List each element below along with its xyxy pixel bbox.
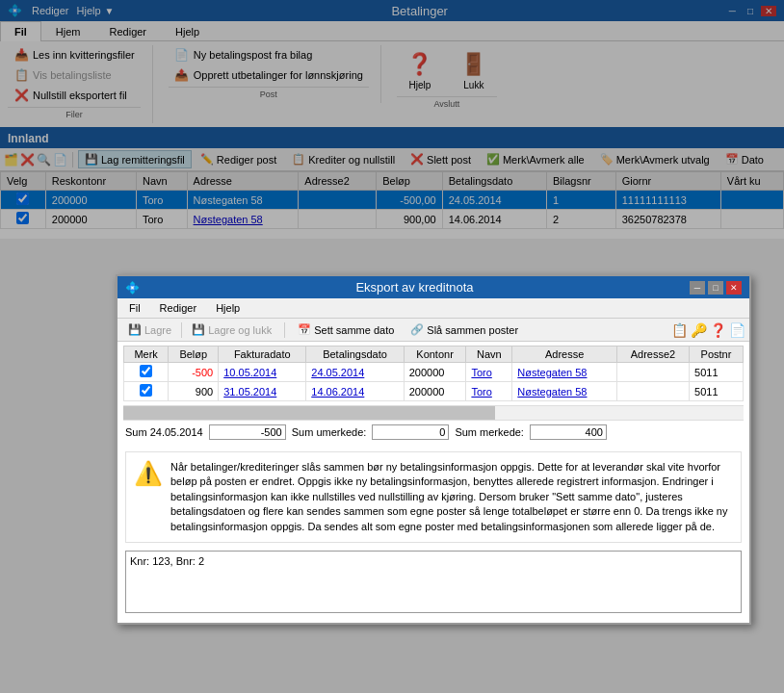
sum-umerket-input[interactable]	[372, 424, 449, 440]
key-icon[interactable]: 🔑	[691, 322, 707, 338]
mrow2-merk[interactable]	[124, 382, 169, 401]
modal-row[interactable]: 900 31.05.2014 14.06.2014 200000 Toro Nø…	[124, 382, 744, 401]
mrow2-adresse: Nøstegaten 58	[512, 382, 617, 401]
mrow2-betalingsdato: 14.06.2014	[306, 382, 404, 401]
mrow1-postnr: 5011	[690, 363, 744, 382]
modal-app-icon: 💠	[125, 281, 140, 295]
mrow2-kontonr: 200000	[404, 382, 466, 401]
mrow2-belop: 900	[169, 382, 219, 401]
col-merk: Merk	[124, 346, 169, 363]
btn-lagre[interactable]: 💾 Lagre	[121, 321, 178, 339]
mrow1-belop: -500	[169, 363, 219, 382]
textarea-box: Knr: 123, Bnr: 2	[125, 551, 742, 615]
col-belop2: Beløp	[169, 346, 219, 363]
modal-toolbar: 💾 Lagre 💾 Lagre og lukk 📅 Sett samme dat…	[118, 319, 749, 342]
mrow2-navn: Toro	[466, 382, 512, 401]
mrow1-adresse: Nøstegaten 58	[512, 363, 617, 382]
mrow1-navn: Toro	[466, 363, 512, 382]
mrow1-betalingsdato: 24.05.2014	[306, 363, 404, 382]
warning-text: Når betalinger/krediteringer slås sammen…	[170, 460, 733, 534]
doc-icon[interactable]: 📄	[729, 322, 745, 338]
sum-merket-input[interactable]	[530, 424, 607, 440]
modal-titlebar: 💠 Eksport av kreditnota ─ □ ✕	[118, 276, 749, 298]
modal-menu-rediger[interactable]: Rediger	[152, 300, 205, 316]
copy-icon[interactable]: 📋	[671, 322, 688, 338]
col-navn2: Navn	[466, 346, 512, 363]
modal-menu-fil[interactable]: Fil	[121, 300, 148, 316]
sum-merket-label: Sum merkede:	[455, 426, 524, 438]
eksport-modal: 💠 Eksport av kreditnota ─ □ ✕ Fil Redige…	[116, 274, 751, 625]
sum-date-input[interactable]	[209, 424, 286, 440]
col-fakturadato: Fakturadato	[219, 346, 306, 363]
modal-toolbar-right: 📋 🔑 ❓ 📄	[671, 322, 745, 338]
mrow2-postnr: 5011	[690, 382, 744, 401]
modal-row[interactable]: -500 10.05.2014 24.05.2014 200000 Toro N…	[124, 363, 744, 382]
btn-lagre-lukk[interactable]: 💾 Lagre og lukk	[185, 321, 278, 339]
col-postnr: Postnr	[690, 346, 744, 363]
mrow1-kontonr: 200000	[404, 363, 466, 382]
col-betalingsdato2: Betalingsdato	[306, 346, 404, 363]
modal-title: Eksport av kreditnota	[140, 280, 690, 295]
btn-lagre-lukk-label: Lagre og lukk	[208, 324, 272, 336]
dato-btn-icon: 📅	[298, 323, 311, 336]
warning-icon: ⚠️	[134, 460, 163, 534]
warning-box: ⚠️ Når betalinger/krediteringer slås sam…	[125, 451, 742, 543]
betalingsinfo-textarea[interactable]: Knr: 123, Bnr: 2	[125, 551, 742, 613]
modal-menu-hjelp[interactable]: Hjelp	[208, 300, 248, 316]
btn-sla-sammen[interactable]: 🔗 Slå sammen poster	[404, 321, 525, 339]
modal-controls: ─ □ ✕	[690, 281, 742, 295]
sep2	[181, 322, 182, 338]
sum-umerket-label: Sum umerkede:	[292, 426, 367, 438]
col-adresse4: Adresse2	[616, 346, 689, 363]
mrow2-fakturadato: 31.05.2014	[219, 382, 306, 401]
modal-maximize-btn[interactable]: □	[708, 281, 723, 295]
modal-inner-table: Merk Beløp Fakturadato Betalingsdato Kon…	[123, 346, 744, 401]
sla-icon: 🔗	[410, 323, 424, 336]
col-adresse3: Adresse	[512, 346, 617, 363]
lagre-icon: 💾	[128, 323, 142, 336]
modal-menu: Fil Rediger Hjelp	[118, 298, 749, 319]
sum-date-label: Sum 24.05.2014	[125, 426, 203, 438]
btn-lagre-label: Lagre	[144, 324, 171, 336]
btn-sla-label: Slå sammen poster	[427, 324, 518, 336]
col-kontonr: Kontonr	[404, 346, 466, 363]
mrow1-merk[interactable]	[124, 363, 169, 382]
modal-minimize-btn[interactable]: ─	[690, 281, 705, 295]
sep3	[284, 322, 285, 338]
lagre-lukk-icon: 💾	[192, 323, 205, 336]
help-icon2[interactable]: ❓	[710, 322, 726, 338]
modal-table-container: Merk Beløp Fakturadato Betalingsdato Kon…	[123, 346, 744, 401]
sum-row: Sum 24.05.2014 Sum umerkede: Sum merkede…	[118, 421, 749, 444]
mrow2-adresse2	[616, 382, 689, 401]
btn-sett-samme-dato[interactable]: 📅 Sett samme dato	[291, 321, 401, 339]
btn-sett-label: Sett samme dato	[314, 324, 394, 336]
horizontal-scrollbar[interactable]	[123, 405, 744, 421]
mrow1-adresse2	[616, 363, 689, 382]
modal-close-btn[interactable]: ✕	[726, 281, 742, 295]
mrow1-fakturadato: 10.05.2014	[219, 363, 306, 382]
